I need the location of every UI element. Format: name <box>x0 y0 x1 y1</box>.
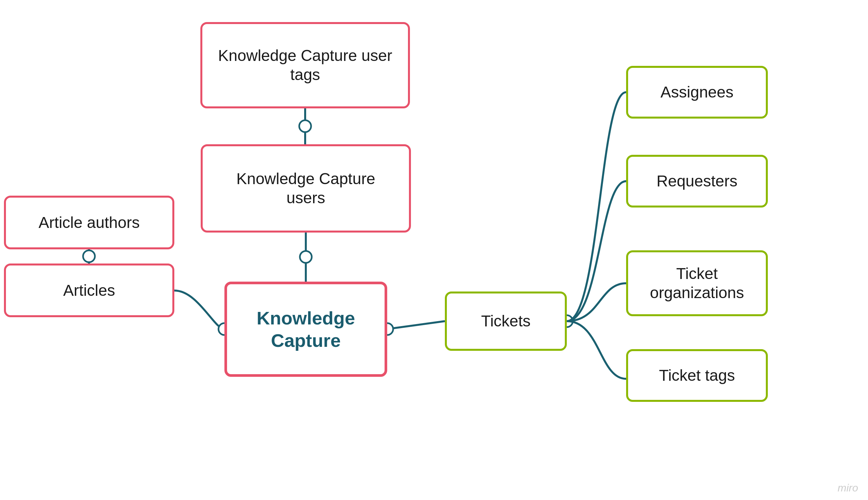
article-authors-label: Article authors <box>38 213 140 232</box>
ticket-organizations-node: Ticketorganizations <box>626 250 768 316</box>
requesters-node: Requesters <box>626 155 768 207</box>
knowledge-capture-user-tags-label: Knowledge Capture user tags <box>212 46 398 84</box>
ticket-tags-node: Ticket tags <box>626 349 768 402</box>
articles-node: Articles <box>4 263 174 317</box>
articles-label: Articles <box>63 281 115 300</box>
assignees-node: Assignees <box>626 66 768 118</box>
svg-line-7 <box>387 321 445 329</box>
knowledge-capture-users-label: Knowledge Captureusers <box>236 169 375 207</box>
requesters-label: Requesters <box>656 172 737 191</box>
knowledge-capture-label: KnowledgeCapture <box>257 307 355 351</box>
tickets-label: Tickets <box>481 311 531 331</box>
article-authors-node: Article authors <box>4 196 174 249</box>
knowledge-capture-node: KnowledgeCapture <box>224 282 387 377</box>
svg-point-1 <box>299 120 311 132</box>
tickets-node: Tickets <box>445 292 567 351</box>
svg-point-5 <box>83 250 95 262</box>
knowledge-capture-users-node: Knowledge Captureusers <box>201 144 411 232</box>
miro-watermark: miro <box>838 482 858 494</box>
ticket-tags-label: Ticket tags <box>659 366 735 385</box>
knowledge-capture-user-tags-node: Knowledge Capture user tags <box>200 22 410 109</box>
svg-point-3 <box>300 251 312 263</box>
ticket-organizations-label: Ticketorganizations <box>650 264 744 302</box>
assignees-label: Assignees <box>661 83 733 102</box>
